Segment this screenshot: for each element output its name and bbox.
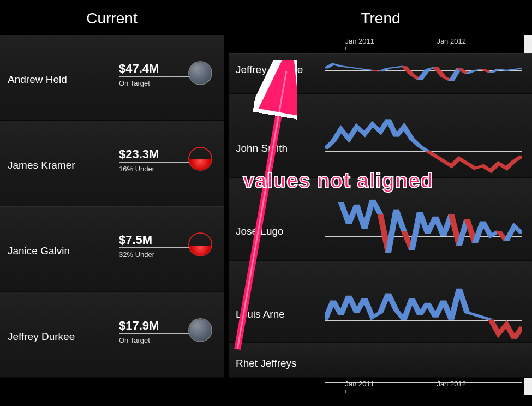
status-text: On Target	[119, 79, 150, 87]
trend-sparkline	[325, 347, 522, 374]
trend-sparkline	[325, 57, 522, 90]
axis-label: Jan 2011	[345, 380, 375, 388]
trend-sparkline	[325, 265, 522, 339]
value-bar	[119, 162, 199, 163]
trend-row[interactable]: John Smith	[229, 94, 532, 178]
axis-label: Jan 2011	[345, 37, 375, 45]
person-name: James Kramer	[8, 159, 75, 171]
current-row[interactable]: James Kramer$23.3M16% Under	[0, 121, 224, 206]
trend-row[interactable]: Jeffrey Durkee	[229, 53, 532, 94]
person-name: Andrew Held	[8, 74, 67, 86]
current-value: $17.9M	[119, 319, 159, 333]
current-panel: Current Andrew Held$47.4MOn TargetJames …	[0, 0, 224, 373]
current-row[interactable]: Janice Galvin$7.5M32% Under	[0, 206, 224, 292]
value-bar	[119, 76, 199, 77]
person-name: Jeffrey Durkee	[8, 331, 75, 343]
current-row[interactable]: Andrew Held$47.4MOn Target	[0, 35, 224, 121]
person-name: Janice Galvin	[8, 245, 70, 257]
status-orb-icon	[188, 232, 212, 256]
current-value: $7.5M	[119, 233, 152, 247]
current-value: $47.4M	[119, 62, 159, 76]
trend-row[interactable]: Louis Arne	[229, 261, 532, 343]
trend-row[interactable]: Jose Lugo	[229, 178, 532, 261]
trend-axis-bottom: Jan 2011Jan 2012	[325, 378, 524, 396]
current-row[interactable]: Jeffrey Durkee$17.9MOn Target	[0, 292, 224, 378]
person-name: Louis Arne	[236, 308, 285, 320]
status-orb-icon	[188, 61, 212, 85]
trend-axis-top: Jan 2011Jan 2012	[325, 35, 524, 53]
status-text: On Target	[119, 336, 150, 344]
axis-label: Jan 2012	[437, 37, 466, 45]
trend-sparkline	[325, 182, 522, 257]
person-name: Rhet Jeffreys	[236, 357, 297, 369]
value-bar	[119, 247, 199, 248]
trend-sparkline	[325, 98, 522, 174]
person-name: John Smith	[236, 142, 288, 154]
current-title: Current	[0, 0, 224, 35]
status-orb-icon	[188, 147, 212, 171]
axis-label: Jan 2012	[437, 380, 466, 388]
trend-row[interactable]: Rhet Jeffreys	[229, 343, 532, 378]
status-orb-icon	[188, 318, 212, 342]
status-text: 16% Under	[119, 165, 154, 173]
value-bar	[119, 333, 199, 334]
current-value: $23.3M	[119, 147, 159, 162]
trend-title: Trend	[229, 0, 532, 35]
status-text: 32% Under	[119, 250, 154, 259]
person-name: Jeffrey Durkee	[236, 64, 303, 76]
person-name: Jose Lugo	[236, 225, 284, 237]
trend-panel: Trend Jan 2011Jan 2012 Jeffrey DurkeeJoh…	[229, 0, 532, 395]
